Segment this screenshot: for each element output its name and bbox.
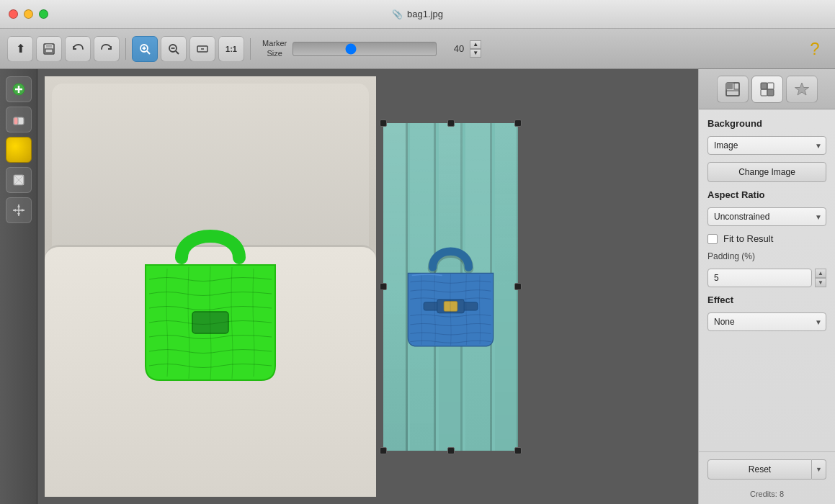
svg-rect-38 [767,89,774,96]
green-bag-container [45,76,376,497]
handle-mid-right[interactable] [514,283,522,290]
main-area: ↓ Background Image Color Transparent ▼ [0,69,835,504]
handle-top-left[interactable] [380,120,387,127]
help-button[interactable]: ? [802,36,828,62]
minimize-button[interactable] [24,9,33,19]
svg-rect-35 [761,83,767,89]
redo-button[interactable] [94,36,120,62]
clear-tool-button[interactable] [6,167,32,193]
marker-size-value: 40 [442,43,464,54]
fit-to-result-row: Fit to Result [707,233,826,244]
svg-rect-1 [46,44,52,48]
svg-rect-29 [444,302,457,312]
handle-bot-left[interactable] [380,447,387,454]
marker-down-button[interactable]: ▼ [470,49,481,58]
save-button[interactable] [36,36,62,62]
background-dropdown-wrapper[interactable]: Image Color Transparent ▼ [707,136,826,155]
svg-rect-33 [734,83,739,89]
handle-top-center[interactable] [447,120,455,127]
effect-dropdown[interactable]: None Shadow Glow Blur [707,312,826,331]
maximize-button[interactable] [39,9,48,19]
undo-button[interactable] [65,36,91,62]
svg-marker-39 [795,83,808,95]
svg-line-6 [147,51,150,54]
handle-bot-right[interactable] [514,447,522,454]
reset-dropdown-button[interactable]: ▼ [812,459,826,480]
result-image[interactable] [383,123,518,451]
marker-size-spinner[interactable]: ▲ ▼ [470,40,481,58]
svg-rect-32 [726,83,733,89]
svg-rect-2 [45,49,53,53]
move-tool-button[interactable] [6,197,32,223]
svg-rect-16 [14,117,18,125]
export-button[interactable]: ⬆ [7,36,33,62]
padding-label: Padding (%) [707,251,826,261]
layers-tab[interactable] [717,76,749,103]
handle-mid-left[interactable] [380,283,387,290]
separator-2 [250,38,251,60]
padding-input[interactable]: 5 [707,269,812,287]
marker-size-slider[interactable] [293,42,437,56]
right-panel: ↓ Background Image Color Transparent ▼ [698,69,835,504]
window-title: 📎 bag1.jpg [392,9,443,19]
original-image [45,76,376,497]
red-arrow-indicator: ↓ [789,69,799,71]
padding-row: 5 ▲ ▼ [707,269,826,287]
result-image-container [383,76,518,497]
green-bag-svg [110,171,311,402]
aspect-ratio-dropdown[interactable]: Unconstrained 1:1 4:3 16:9 [707,207,826,226]
fit-to-result-checkbox[interactable] [707,234,718,244]
credits-label: Credits: 8 [699,487,835,504]
padding-spinner[interactable]: ▲ ▼ [815,269,826,287]
panel-tabs: ↓ [699,69,835,109]
canvas-area[interactable] [37,69,698,504]
presets-tab[interactable] [786,76,818,103]
marker-size-label: Marker Size [262,39,287,58]
handle-top-right[interactable] [514,120,522,127]
marker-size-group: Marker Size 40 ▲ ▼ [262,39,481,58]
svg-rect-34 [726,91,739,96]
aspect-ratio-dropdown-wrapper[interactable]: Unconstrained 1:1 4:3 16:9 ▼ [707,207,826,226]
file-icon: 📎 [392,9,403,19]
titlebar: 📎 bag1.jpg [0,0,835,29]
composite-tab[interactable] [751,76,783,103]
separator-1 [125,38,126,60]
padding-down-button[interactable]: ▼ [815,278,826,287]
main-toolbar: ⬆ 1:1 Marker Size 40 ▲ ▼ ? [0,29,835,69]
svg-rect-37 [761,89,767,96]
brush-tool-button[interactable] [6,137,32,163]
svg-rect-36 [767,83,774,89]
fit-to-result-label: Fit to Result [723,233,773,244]
blue-bag-container [383,123,518,451]
left-toolbar [0,69,37,504]
background-dropdown[interactable]: Image Color Transparent [707,136,826,155]
marker-up-button[interactable]: ▲ [470,40,481,49]
aspect-ratio-label: Aspect Ratio [707,189,826,200]
zoom-in-button[interactable] [132,36,158,62]
effect-dropdown-wrapper[interactable]: None Shadow Glow Blur ▼ [707,312,826,331]
add-tool-button[interactable] [6,76,32,102]
reset-button[interactable]: Reset [707,459,812,480]
close-button[interactable] [9,9,18,19]
padding-up-button[interactable]: ▲ [815,269,826,278]
handle-bot-center[interactable] [447,447,455,454]
zoom-fit-button[interactable] [189,36,215,62]
effect-label: Effect [707,294,826,305]
window-controls[interactable] [9,9,48,19]
panel-content: Background Image Color Transparent ▼ Cha… [699,109,835,451]
panel-footer: Reset ▼ [699,451,835,487]
svg-line-9 [176,51,179,54]
zoom-out-button[interactable] [161,36,187,62]
change-image-button[interactable]: Change Image [707,162,826,182]
background-label: Background [707,118,826,129]
eraser-tool-button[interactable] [6,107,32,132]
blue-bag-svg [383,168,518,405]
zoom-100-button[interactable]: 1:1 [218,36,244,62]
